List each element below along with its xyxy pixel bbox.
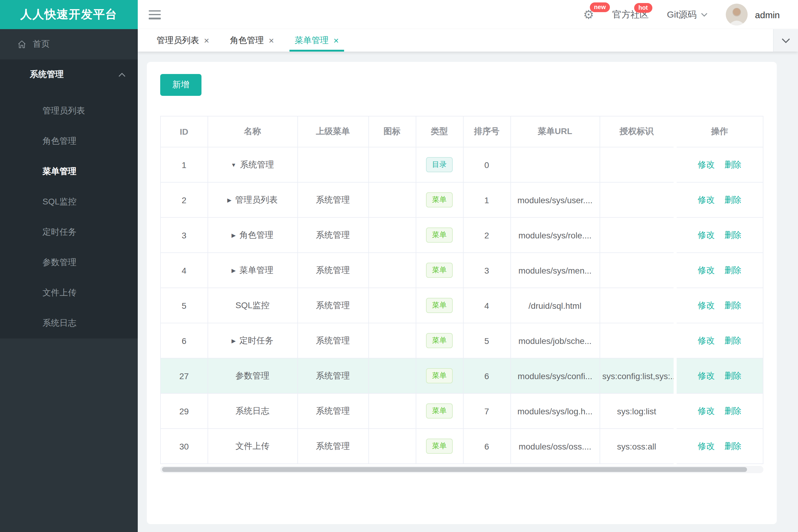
- sidebar-item-管理员列表[interactable]: 管理员列表: [0, 96, 138, 126]
- delete-link[interactable]: 删除: [725, 159, 742, 169]
- cell-icon: [368, 393, 416, 429]
- edit-link[interactable]: 修改: [698, 405, 715, 415]
- sidebar-group-system: 系统管理 管理员列表角色管理菜单管理SQL监控定时任务参数管理文件上传系统日志: [0, 59, 138, 339]
- cell-icon: [368, 429, 416, 464]
- delete-link[interactable]: 删除: [725, 335, 742, 345]
- cell-name: ▶管理员列表: [207, 182, 297, 217]
- delete-link[interactable]: 删除: [725, 370, 742, 380]
- cell-perm: [599, 323, 675, 358]
- column-header-图标: 图标: [368, 116, 416, 147]
- table-row: 6▶定时任务系统管理菜单5modules/job/sche...修改删除: [161, 323, 763, 358]
- cell-name: 系统日志: [207, 393, 297, 429]
- tab-菜单管理[interactable]: 菜单管理×: [284, 29, 349, 52]
- tab-list-button[interactable]: [773, 29, 798, 52]
- cell-actions: 修改删除: [675, 253, 763, 288]
- cell-url: modules/sys/log.h...: [511, 393, 599, 429]
- tree-expand-icon[interactable]: ▼: [231, 162, 236, 168]
- cell-perm: [599, 253, 675, 288]
- edit-link[interactable]: 修改: [698, 230, 715, 239]
- cell-parent: 系统管理: [297, 393, 368, 429]
- cell-actions: 修改删除: [675, 147, 763, 182]
- community-link[interactable]: 官方社区 hot: [612, 9, 649, 20]
- sidebar-item-home[interactable]: 首页: [0, 29, 138, 59]
- type-tag: 菜单: [426, 333, 453, 348]
- close-icon[interactable]: ×: [204, 36, 209, 45]
- cell-order: 0: [463, 147, 511, 182]
- home-icon: [17, 39, 27, 49]
- sidebar-group-title[interactable]: 系统管理: [0, 59, 138, 90]
- tabbar: 管理员列表×角色管理×菜单管理×: [138, 29, 798, 52]
- sidebar-item-定时任务[interactable]: 定时任务: [0, 217, 138, 247]
- type-tag: 目录: [426, 157, 453, 172]
- edit-link[interactable]: 修改: [698, 265, 715, 274]
- column-header-排序号: 排序号: [463, 116, 511, 147]
- edit-link[interactable]: 修改: [698, 335, 715, 345]
- sidebar-children: 管理员列表角色管理菜单管理SQL监控定时任务参数管理文件上传系统日志: [0, 90, 138, 339]
- delete-link[interactable]: 删除: [725, 405, 742, 415]
- cell-perm: [599, 217, 675, 253]
- sidebar-item-文件上传[interactable]: 文件上传: [0, 278, 138, 308]
- cell-perm: sys:config:list,sys:...: [599, 358, 675, 393]
- cell-perm: sys:log:list: [599, 393, 675, 429]
- edit-link[interactable]: 修改: [698, 159, 715, 169]
- edit-link[interactable]: 修改: [698, 300, 715, 310]
- tab-管理员列表[interactable]: 管理员列表×: [146, 29, 220, 52]
- tab-角色管理[interactable]: 角色管理×: [220, 29, 284, 52]
- delete-link[interactable]: 删除: [725, 265, 742, 274]
- cell-parent: 系统管理: [297, 253, 368, 288]
- cell-parent: 系统管理: [297, 323, 368, 358]
- delete-link[interactable]: 删除: [725, 300, 742, 310]
- delete-link[interactable]: 删除: [725, 230, 742, 239]
- close-icon[interactable]: ×: [269, 36, 274, 45]
- cell-icon: [368, 182, 416, 217]
- avatar: [726, 4, 748, 25]
- cell-name: ▶角色管理: [207, 217, 297, 253]
- table-row: 30文件上传系统管理菜单6modules/oss/oss....sys:oss:…: [161, 429, 763, 464]
- sidebar-item-SQL监控[interactable]: SQL监控: [0, 187, 138, 217]
- cell-url: modules/job/sche...: [511, 323, 599, 358]
- settings-button[interactable]: ⚙ new: [583, 8, 594, 21]
- edit-link[interactable]: 修改: [698, 441, 715, 451]
- sidebar-item-菜单管理[interactable]: 菜单管理: [0, 156, 138, 187]
- cell-perm: [599, 288, 675, 323]
- cell-order: 6: [463, 358, 511, 393]
- sidebar-item-角色管理[interactable]: 角色管理: [0, 126, 138, 156]
- cell-icon: [368, 288, 416, 323]
- sidebar-item-参数管理[interactable]: 参数管理: [0, 247, 138, 278]
- menu-name: SQL监控: [236, 300, 270, 311]
- tree-expand-icon[interactable]: ▶: [231, 232, 236, 238]
- sidebar-item-系统日志[interactable]: 系统日志: [0, 308, 138, 339]
- table-row: 27参数管理系统管理菜单6modules/sys/confi...sys:con…: [161, 358, 763, 393]
- add-button[interactable]: 新增: [160, 74, 202, 96]
- edit-link[interactable]: 修改: [698, 194, 715, 204]
- table-header-row: ID名称上级菜单图标类型排序号菜单URL授权标识操作: [161, 116, 763, 147]
- edit-link[interactable]: 修改: [698, 370, 715, 380]
- cell-icon: [368, 147, 416, 182]
- username: admin: [755, 10, 780, 20]
- delete-link[interactable]: 删除: [725, 194, 742, 204]
- git-source-label: Git源码: [667, 9, 697, 20]
- tree-expand-icon[interactable]: ▶: [231, 338, 236, 344]
- content-card: 新增 ID名称上级菜单图标类型排序号菜单URL授权标识操作 1▼系统: [147, 62, 777, 524]
- scrollbar-thumb[interactable]: [162, 467, 747, 472]
- name-wrap: ▶菜单管理: [210, 265, 295, 276]
- cell-order: 1: [463, 182, 511, 217]
- close-icon[interactable]: ×: [333, 36, 339, 45]
- chevron-up-icon: [118, 73, 126, 77]
- delete-link[interactable]: 删除: [725, 441, 742, 451]
- tree-expand-icon[interactable]: ▶: [231, 267, 236, 273]
- tree-expand-icon[interactable]: ▶: [227, 197, 231, 203]
- user-menu[interactable]: admin: [726, 4, 780, 25]
- cell-order: 7: [463, 393, 511, 429]
- horizontal-scrollbar[interactable]: [160, 466, 763, 473]
- cell-name: 文件上传: [207, 429, 297, 464]
- cell-type: 菜单: [416, 358, 463, 393]
- type-tag: 菜单: [426, 263, 453, 278]
- cell-url: /druid/sql.html: [511, 288, 599, 323]
- column-header-名称: 名称: [207, 116, 297, 147]
- cell-icon: [368, 358, 416, 393]
- cell-icon: [368, 323, 416, 358]
- sidebar-toggle-icon[interactable]: [149, 10, 161, 19]
- git-source-menu[interactable]: Git源码: [667, 9, 708, 20]
- cell-parent: 系统管理: [297, 217, 368, 253]
